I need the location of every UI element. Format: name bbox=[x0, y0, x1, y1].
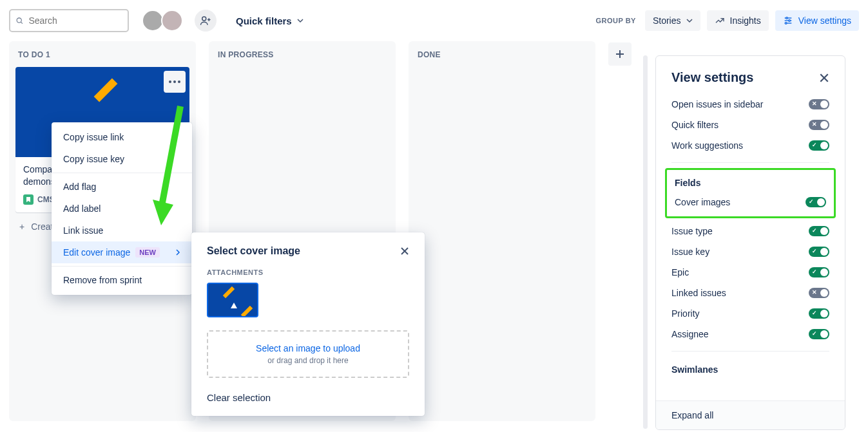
card-actions-menu: Copy issue link Copy issue key Add flag … bbox=[52, 122, 192, 295]
chevron-down-icon bbox=[686, 17, 693, 24]
toggle-issue-key[interactable]: ✓ bbox=[809, 247, 829, 257]
upload-link[interactable]: Select an image to upload bbox=[215, 343, 401, 353]
svg-point-9 bbox=[788, 20, 790, 22]
toggle-epic[interactable]: ✓ bbox=[809, 267, 829, 277]
more-icon bbox=[169, 80, 180, 83]
create-label: Creat bbox=[31, 221, 53, 232]
svg-line-1 bbox=[21, 22, 23, 23]
card-more-button[interactable] bbox=[164, 71, 186, 93]
avatar[interactable] bbox=[161, 10, 183, 32]
setting-open-sidebar: Open issues in sidebar ✕ bbox=[656, 94, 845, 115]
column-done: DONE bbox=[409, 41, 595, 421]
swimlanes-section-title: Swimlanes bbox=[656, 358, 845, 379]
add-people-button[interactable] bbox=[195, 10, 217, 32]
setting-linked-issues: Linked issues ✕ bbox=[656, 283, 845, 303]
view-settings-panel: View settings Open issues in sidebar ✕ Q… bbox=[655, 55, 845, 430]
toggle-issue-type[interactable]: ✓ bbox=[809, 226, 829, 236]
svg-point-0 bbox=[17, 18, 21, 23]
quick-filters-dropdown[interactable]: Quick filters bbox=[236, 15, 304, 26]
toggle-work-suggestions[interactable]: ✓ bbox=[809, 140, 829, 151]
toggle-priority[interactable]: ✓ bbox=[809, 308, 829, 319]
svg-point-10 bbox=[785, 23, 787, 24]
chevron-right-icon bbox=[175, 249, 180, 256]
plus-icon bbox=[614, 48, 626, 60]
setting-work-suggestions: Work suggestions ✓ bbox=[656, 135, 845, 156]
search-box[interactable] bbox=[9, 9, 129, 32]
toggle-open-sidebar[interactable]: ✕ bbox=[809, 99, 829, 109]
menu-add-label[interactable]: Add label bbox=[52, 198, 192, 220]
setting-cover-images: Cover images ✓ bbox=[667, 192, 834, 212]
menu-link-issue[interactable]: Link issue bbox=[52, 220, 192, 241]
view-settings-button[interactable]: View settings bbox=[775, 10, 859, 31]
sliders-icon bbox=[783, 15, 793, 26]
close-icon[interactable] bbox=[400, 247, 409, 256]
setting-priority: Priority ✓ bbox=[656, 303, 845, 324]
svg-point-13 bbox=[178, 80, 180, 83]
toggle-linked-issues[interactable]: ✕ bbox=[809, 288, 829, 298]
toggle-assignee[interactable]: ✓ bbox=[809, 329, 829, 339]
topbar: Quick filters GROUP BY Stories Insights … bbox=[0, 0, 868, 41]
board-scrollbar[interactable] bbox=[643, 55, 648, 429]
view-settings-label: View settings bbox=[798, 15, 851, 26]
insights-icon bbox=[715, 15, 725, 26]
avatar[interactable] bbox=[142, 10, 164, 32]
expand-all-button[interactable]: Expand all bbox=[656, 400, 845, 429]
setting-issue-type: Issue type ✓ bbox=[656, 221, 845, 241]
group-by-select[interactable]: Stories bbox=[645, 10, 700, 31]
menu-remove-from-sprint[interactable]: Remove from sprint bbox=[52, 269, 192, 291]
setting-epic: Epic ✓ bbox=[656, 262, 845, 283]
setting-assignee: Assignee ✓ bbox=[656, 324, 845, 344]
attachment-thumbnail[interactable] bbox=[207, 283, 258, 317]
panel-title: View settings bbox=[671, 70, 753, 85]
toggle-quick-filters[interactable]: ✕ bbox=[809, 120, 829, 130]
search-icon bbox=[15, 16, 23, 25]
svg-point-12 bbox=[173, 80, 176, 83]
setting-quick-filters: Quick filters ✕ bbox=[656, 115, 845, 135]
svg-point-2 bbox=[202, 17, 206, 21]
fields-section-title: Fields bbox=[667, 171, 834, 192]
search-input[interactable] bbox=[27, 15, 122, 26]
toggle-cover-images[interactable]: ✓ bbox=[805, 197, 826, 207]
setting-issue-key: Issue key ✓ bbox=[656, 241, 845, 262]
menu-edit-cover-image[interactable]: Edit cover image NEW bbox=[52, 241, 192, 263]
group-by-value: Stories bbox=[653, 15, 681, 26]
menu-add-flag[interactable]: Add flag bbox=[52, 176, 192, 198]
upload-dropzone[interactable]: Select an image to upload or drag and dr… bbox=[207, 330, 409, 378]
chevron-down-icon bbox=[297, 17, 304, 24]
menu-edit-cover-label: Edit cover image bbox=[63, 247, 130, 258]
column-header: DONE bbox=[409, 50, 595, 67]
story-icon bbox=[23, 194, 34, 205]
svg-point-11 bbox=[169, 80, 171, 83]
highlight-fields-cover: Fields Cover images ✓ bbox=[665, 168, 836, 218]
group-by-label: GROUP BY bbox=[595, 17, 635, 24]
insights-label: Insights bbox=[730, 15, 761, 26]
avatar-stack bbox=[144, 10, 183, 32]
attachments-label: ATTACHMENTS bbox=[207, 268, 409, 276]
insights-button[interactable]: Insights bbox=[707, 10, 769, 31]
plus-icon: + bbox=[19, 221, 24, 232]
column-header: IN PROGRESS bbox=[209, 50, 396, 67]
column-header: TO DO 1 bbox=[9, 50, 196, 67]
menu-copy-link[interactable]: Copy issue link bbox=[52, 126, 192, 148]
new-badge: NEW bbox=[135, 247, 160, 258]
add-people-icon bbox=[200, 15, 211, 26]
popover-title: Select cover image bbox=[207, 245, 300, 257]
clear-selection-button[interactable]: Clear selection bbox=[207, 392, 409, 403]
quick-filters-label: Quick filters bbox=[236, 15, 292, 26]
cover-image-popover: Select cover image ATTACHMENTS Select an… bbox=[191, 232, 425, 416]
upload-hint: or drag and drop it here bbox=[215, 356, 401, 365]
svg-point-8 bbox=[786, 17, 787, 19]
add-column-button[interactable] bbox=[608, 42, 632, 66]
close-icon[interactable] bbox=[819, 73, 829, 83]
menu-copy-key[interactable]: Copy issue key bbox=[52, 148, 192, 170]
